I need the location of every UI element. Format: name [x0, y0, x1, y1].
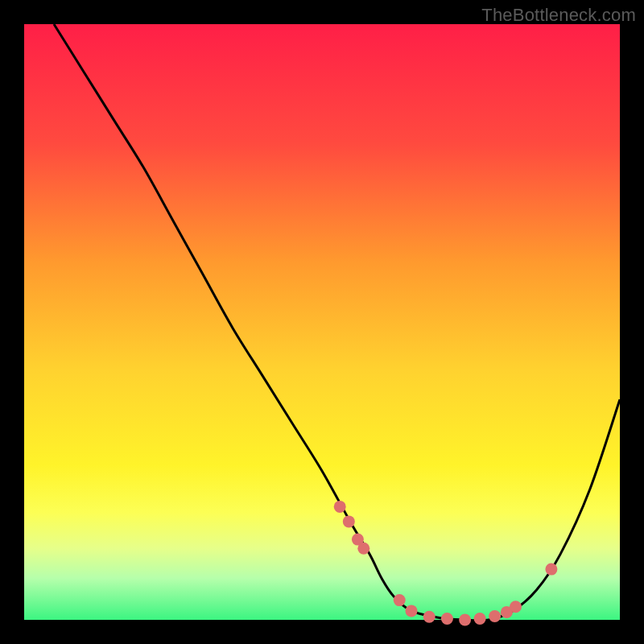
- data-marker: [394, 594, 406, 606]
- data-marker: [406, 605, 418, 617]
- data-marker: [474, 613, 486, 625]
- data-marker: [545, 564, 557, 576]
- data-marker: [459, 614, 471, 626]
- data-marker: [357, 543, 369, 555]
- data-marker: [343, 515, 355, 527]
- plot-area: [24, 24, 620, 620]
- data-marker: [510, 601, 522, 613]
- bottleneck-curve: [54, 24, 620, 621]
- curve-layer: [24, 24, 620, 620]
- data-marker: [423, 611, 436, 623]
- data-marker: [489, 610, 501, 622]
- chart-stage: TheBottleneck.com: [0, 0, 644, 644]
- data-marker: [334, 501, 346, 513]
- watermark-text: TheBottleneck.com: [481, 5, 636, 26]
- data-marker: [441, 613, 453, 625]
- marker-group: [334, 501, 558, 626]
